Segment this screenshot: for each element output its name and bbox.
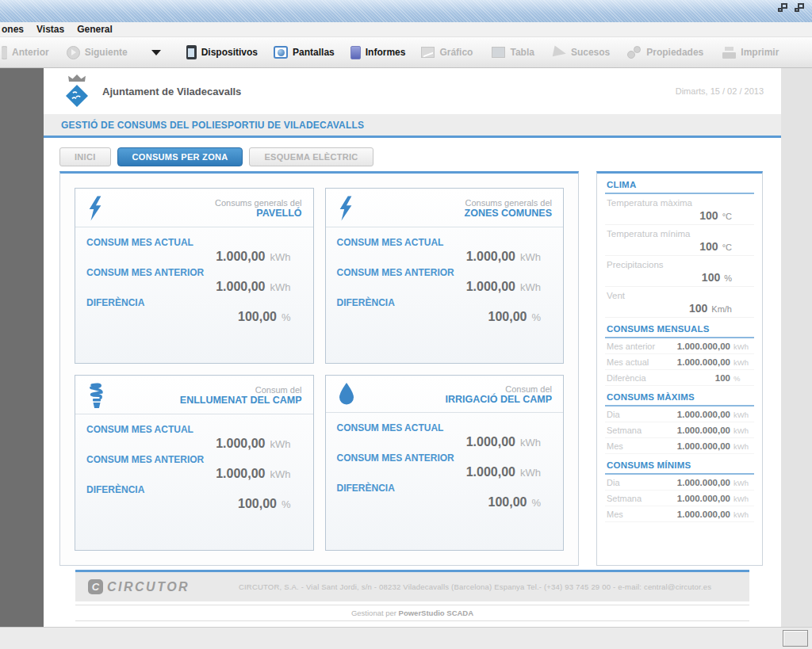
row-label: Dia — [607, 410, 620, 419]
row-label: Diferència — [607, 373, 646, 383]
page-footer: C CIRCUTOR CIRCUTOR, S.A. - Vial Sant Jo… — [75, 570, 749, 601]
metric-label: DIFERÈNCIA — [86, 484, 302, 495]
clima-unit: °C — [722, 212, 732, 221]
consumption-cards-panel: Consums generals del PAVELLÓ CONSUM MES … — [59, 171, 579, 566]
toolbar-dispositivos-label: Dispositivos — [201, 47, 258, 58]
restore-icon[interactable] — [778, 3, 787, 12]
clima-label: Vent — [607, 291, 753, 300]
tab-inici[interactable]: INICI — [59, 147, 111, 166]
row-value: 1.000.000,00 — [623, 510, 730, 519]
status-bar — [0, 627, 812, 649]
devices-icon — [186, 45, 197, 59]
print-icon — [722, 47, 736, 59]
metric-label: CONSUM MES ACTUAL — [86, 424, 302, 435]
circutor-brand: CIRCUTOR — [107, 580, 190, 594]
app-window: ones Vistas General Anterior Siguiente D… — [0, 0, 812, 649]
toolbar-sucesos: Sucesos — [553, 47, 610, 58]
toolbar-informes[interactable]: Informes — [350, 46, 406, 59]
maximize-icon[interactable] — [795, 3, 804, 12]
toolbar-imprimir: Imprimir — [722, 47, 779, 59]
sidebar-section-consums-maxims: CONSUMS MÀXIMS Dia 1.000.000,00 kWh Setm… — [605, 386, 754, 454]
metric-label: CONSUM MES ANTERIOR — [86, 267, 302, 278]
section-title: CONSUMS MENSUALS — [605, 318, 754, 338]
workspace: Ajuntament de Viladecavalls Dimarts, 15 … — [0, 68, 812, 627]
viladecavalls-coat-of-arms-icon — [61, 74, 93, 109]
row-label: Setmana — [607, 426, 642, 435]
clima-value: 100 — [689, 302, 707, 315]
metric-label: CONSUM MES ACTUAL — [337, 422, 553, 433]
card-title: IRRIGACIÓ DEL CAMP — [366, 394, 553, 405]
row-label: Setmana — [607, 494, 642, 503]
metric-label: CONSUM MES ACTUAL — [86, 237, 302, 248]
row-value: 1.000.000,00 — [649, 357, 730, 367]
clima-label: Precipitacions — [607, 260, 753, 269]
reports-icon — [350, 46, 361, 59]
row-value: 1.000.000,00 — [623, 441, 730, 451]
properties-icon — [627, 46, 642, 59]
history-dropdown-icon[interactable] — [151, 50, 161, 55]
metric-value: 1.000,00 — [216, 250, 265, 263]
clima-unit: % — [724, 273, 732, 283]
toolbar-pantallas-label: Pantallas — [293, 47, 335, 58]
row-value: 1.000.000,00 — [620, 410, 730, 419]
card-enllumenat: Consum del ENLLUMENAT DEL CAMP CONSUM ME… — [75, 375, 314, 551]
lightning-icon — [86, 195, 115, 222]
sidebar-section-consums-minims: CONSUMS MÍNIMS Dia 1.000.000,00 kWh Setm… — [605, 454, 754, 522]
right-background-strip — [781, 68, 812, 627]
managed-by-brand: PowerStudio SCADA — [399, 609, 473, 617]
section-title: CONSUMS MÍNIMS — [605, 454, 754, 475]
toolbar-pantallas[interactable]: Pantallas — [274, 46, 335, 59]
table-icon — [492, 47, 505, 58]
metric-unit: kWh — [520, 251, 541, 263]
row-unit: % — [730, 374, 753, 383]
clima-unit: Km/h — [711, 304, 732, 314]
row-unit: kWh — [730, 494, 753, 503]
metric-label: CONSUM MES ANTERIOR — [337, 452, 553, 464]
screens-icon — [274, 46, 288, 59]
toolbar-propiedades: Propiedades — [627, 46, 703, 59]
managed-by-prefix: Gestionat per — [351, 609, 399, 617]
water-drop-icon — [337, 382, 366, 407]
card-pavello: Consums generals del PAVELLÓ CONSUM MES … — [75, 188, 314, 364]
row-value: 1.000.000,00 — [642, 494, 730, 503]
metric-value: 1.000,00 — [216, 467, 265, 480]
circutor-logo: C CIRCUTOR — [88, 579, 190, 594]
card-subtitle: Consums generals del — [366, 198, 553, 208]
metric-unit: kWh — [520, 281, 541, 293]
row-label: Mes actual — [607, 357, 649, 367]
toolbar-anterior: Anterior — [2, 45, 49, 59]
row-value: 1.000.000,00 — [642, 426, 730, 435]
resize-grip[interactable] — [783, 630, 808, 647]
page-title: GESTIÓ DE CONSUMS DEL POLIESPORTIU DE VI… — [44, 114, 781, 138]
events-icon — [553, 45, 568, 59]
left-background-strip — [0, 68, 44, 627]
managed-by-bar: Gestionat per PowerStudio SCADA — [75, 605, 749, 621]
section-title: CONSUMS MÀXIMS — [605, 386, 754, 407]
metric-value: 1.000,00 — [216, 280, 265, 293]
metric-value: 1.000,00 — [466, 250, 515, 263]
metric-unit: kWh — [520, 437, 541, 449]
toolbar-grafico-label: Gráfico — [439, 47, 473, 58]
toolbar-dispositivos[interactable]: Dispositivos — [186, 45, 258, 59]
metric-label: CONSUM MES ANTERIOR — [337, 267, 553, 278]
row-label: Mes — [607, 441, 623, 451]
toolbar-siguiente: Siguiente — [67, 46, 128, 59]
row-value: 100 — [646, 373, 730, 383]
menu-item-vistas[interactable]: Vistas — [30, 24, 71, 35]
toolbar-propiedades-label: Propiedades — [646, 47, 703, 58]
previous-icon — [2, 45, 7, 59]
tab-esquema-electric[interactable]: ESQUEMA ELÈCTRIC — [249, 147, 373, 166]
card-title: ENLLUMENAT DEL CAMP — [115, 395, 302, 406]
menu-item-zones[interactable]: ones — [0, 24, 30, 35]
row-value: 1.000.000,00 — [620, 478, 730, 487]
tab-consums-per-zona[interactable]: CONSUMS PER ZONA — [117, 147, 243, 166]
metric-value: 1.000,00 — [466, 465, 515, 479]
card-subtitle: Consums generals del — [115, 198, 302, 208]
clima-value: 100 — [702, 271, 720, 284]
page-header: Ajuntament de Viladecavalls Dimarts, 15 … — [44, 68, 781, 114]
menu-item-general[interactable]: General — [71, 24, 119, 35]
row-unit: kWh — [730, 479, 753, 487]
toolbar-informes-label: Informes — [366, 47, 406, 58]
row-unit: kWh — [730, 426, 753, 435]
metric-unit: kWh — [270, 251, 291, 263]
